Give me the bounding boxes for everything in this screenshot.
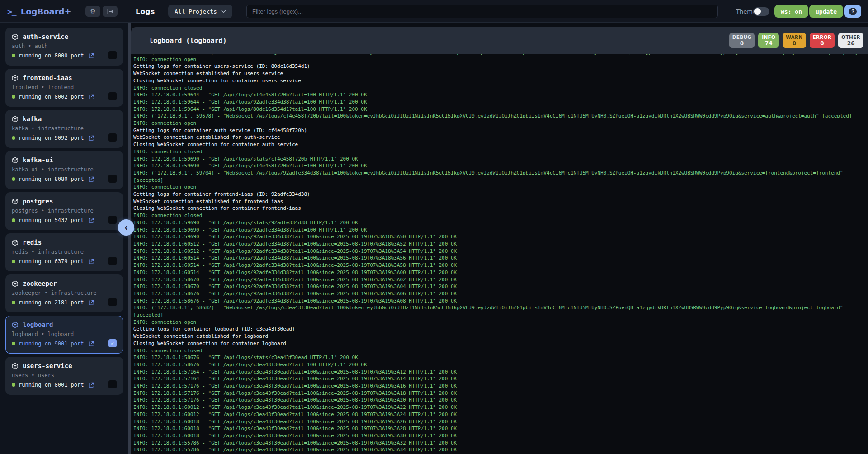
- service-card-users-service[interactable]: users-serviceusers • usersrunning on 800…: [5, 357, 123, 395]
- badge-label: ERROR: [813, 34, 832, 40]
- external-link-icon: [88, 218, 94, 223]
- service-status-label: running on 8002 port: [19, 94, 84, 100]
- service-checkbox[interactable]: [108, 133, 117, 142]
- package-icon: [12, 198, 19, 205]
- service-checkbox[interactable]: [108, 92, 117, 100]
- service-checkbox[interactable]: [108, 257, 117, 265]
- log-line: [accepted]: [133, 177, 865, 184]
- logout-button[interactable]: [103, 6, 118, 17]
- external-link-icon: [88, 94, 94, 100]
- service-subtitle: postgres • infrastructure: [12, 208, 117, 214]
- log-line: INFO: ('172.18.0.1', 59668) - "WebSocket…: [133, 54, 865, 56]
- log-line: INFO: 172.18.0.1:59690 - "GET /api/logs/…: [133, 219, 865, 227]
- service-name-label: kafka: [23, 115, 42, 123]
- service-checkbox[interactable]: [108, 175, 117, 183]
- open-service-link[interactable]: [88, 300, 94, 306]
- package-icon: [12, 33, 19, 40]
- badge-warn[interactable]: WARN0: [783, 33, 806, 48]
- help-button[interactable]: ?: [844, 5, 861, 18]
- open-service-link[interactable]: [88, 176, 94, 182]
- log-line: INFO: connection closed: [133, 85, 865, 92]
- log-line: INFO: connection open: [133, 184, 865, 191]
- open-service-link[interactable]: [88, 259, 94, 265]
- service-subtitle: logboard • logboard: [12, 331, 117, 337]
- update-button[interactable]: update: [809, 5, 843, 18]
- service-status-label: running on 8000 port: [19, 52, 84, 59]
- open-service-link[interactable]: [88, 218, 94, 223]
- open-service-link[interactable]: [88, 135, 94, 141]
- log-line: INFO: 172.18.0.1:58676 - "GET /api/logs/…: [133, 354, 865, 361]
- service-name: postgres: [12, 198, 117, 205]
- log-line: INFO: 172.18.0.1:58676 - "GET /api/logs/…: [133, 290, 865, 298]
- open-service-link[interactable]: [88, 94, 94, 100]
- badge-label: DEBUG: [732, 34, 752, 40]
- log-line: INFO: 172.18.0.1:60018 - "GET /api/logs/…: [133, 432, 865, 440]
- log-line: INFO: connection open: [133, 319, 865, 326]
- service-checkbox[interactable]: [108, 216, 117, 224]
- badge-error[interactable]: ERROR0: [810, 33, 835, 48]
- service-name-label: redis: [23, 239, 42, 246]
- service-card-frontend-iaas[interactable]: frontend-iaasfrontend • frontendrunning …: [5, 69, 123, 107]
- log-line: INFO: 172.18.0.1:57176 - "GET /api/logs/…: [133, 390, 865, 397]
- service-list: auth-serviceauth • authrunning on 8000 p…: [5, 28, 123, 395]
- log-line: INFO: 172.18.0.1:60514 - "GET /api/logs/…: [133, 255, 865, 262]
- external-link-icon: [88, 300, 94, 306]
- badge-label: INFO: [761, 34, 776, 40]
- service-checkbox[interactable]: ✓: [108, 339, 117, 347]
- service-card-redis[interactable]: redisredis • infrastructurerunning on 63…: [5, 233, 123, 271]
- status-dot-icon: [12, 136, 15, 140]
- log-line: WebSocket connection established for aut…: [133, 134, 865, 141]
- badge-label: WARN: [786, 34, 802, 40]
- log-stream[interactable]: INFO: ('172.18.0.1', 59668) - "WebSocket…: [131, 54, 868, 454]
- log-line: Getting logs for container auth-service …: [133, 127, 865, 134]
- status-dot-icon: [12, 260, 15, 263]
- service-status-label: running on 9001 port: [19, 340, 84, 347]
- service-card-kafka-ui[interactable]: kafka-uikafka-ui • infrastructurerunning…: [5, 151, 123, 189]
- open-service-link[interactable]: [88, 382, 94, 388]
- log-line: Closing WebSocket connection for contain…: [133, 205, 865, 212]
- log-line: INFO: 172.18.0.1:59644 - "GET /api/logs/…: [133, 99, 865, 106]
- service-checkbox[interactable]: [108, 380, 117, 388]
- service-card-auth-service[interactable]: auth-serviceauth • authrunning on 8000 p…: [5, 28, 123, 66]
- log-line: INFO: 172.18.0.1:58676 - "GET /api/logs/…: [133, 361, 865, 369]
- theme-toggle[interactable]: [753, 7, 769, 16]
- log-line: Getting logs for container logboard (ID:…: [133, 326, 865, 333]
- project-filter-dropdown[interactable]: All Projects: [168, 5, 232, 18]
- settings-button[interactable]: ⚙: [85, 6, 100, 17]
- badge-debug[interactable]: DEBUG0: [729, 33, 755, 48]
- service-card-logboard[interactable]: logboardlogboard • logboardrunning on 90…: [5, 316, 123, 354]
- badge-count: 0: [813, 40, 832, 47]
- log-line: INFO: ('172.18.0.1', 59704) - "WebSocket…: [133, 170, 865, 177]
- log-line: INFO: ('172.18.0.1', 58682) - "WebSocket…: [133, 304, 865, 312]
- service-name-label: frontend-iaas: [23, 74, 72, 81]
- service-card-kafka[interactable]: kafkakafka • infrastructurerunning on 90…: [5, 110, 123, 148]
- sidebar-collapse-button[interactable]: ‹: [118, 219, 134, 236]
- chevron-left-icon: ‹: [125, 222, 128, 232]
- websocket-toggle-button[interactable]: ws: on: [774, 5, 808, 18]
- project-filter-label: All Projects: [175, 8, 217, 15]
- log-line: Closing WebSocket connection for contain…: [133, 340, 865, 347]
- log-line: INFO: ('172.18.0.1', 59678) - "WebSocket…: [133, 113, 865, 120]
- package-icon: [12, 363, 19, 369]
- open-service-link[interactable]: [88, 341, 94, 347]
- service-checkbox[interactable]: [108, 298, 117, 306]
- log-line: INFO: 172.18.0.1:60514 - "GET /api/logs/…: [133, 269, 865, 276]
- service-checkbox[interactable]: [108, 51, 117, 59]
- service-status-label: running on 8001 port: [19, 382, 84, 388]
- theme-toggle-knob: [754, 8, 761, 15]
- log-line: Closing WebSocket connection for contain…: [133, 77, 865, 85]
- badge-info[interactable]: INFO74: [758, 33, 779, 48]
- package-icon: [12, 322, 19, 328]
- log-panel-header: logboard (logboard) DEBUG0INFO74WARN0ERR…: [131, 27, 868, 54]
- badge-count: 0: [732, 40, 752, 47]
- service-card-postgres[interactable]: postgrespostgres • infrastructurerunning…: [5, 192, 123, 230]
- badge-other[interactable]: OTHER26: [838, 33, 863, 48]
- log-filter-input[interactable]: [246, 5, 718, 18]
- service-card-zookeeper[interactable]: zookeeperzookeeper • infrastructurerunni…: [5, 274, 123, 312]
- service-status-label: running on 9092 port: [19, 135, 84, 141]
- package-icon: [12, 157, 19, 164]
- service-status-label: running on 5432 port: [19, 217, 84, 223]
- top-bar: >_ LogBoard+ ⚙ Logs All Projects Theme w…: [0, 0, 868, 23]
- service-name-label: auth-service: [23, 33, 68, 40]
- open-service-link[interactable]: [88, 53, 94, 59]
